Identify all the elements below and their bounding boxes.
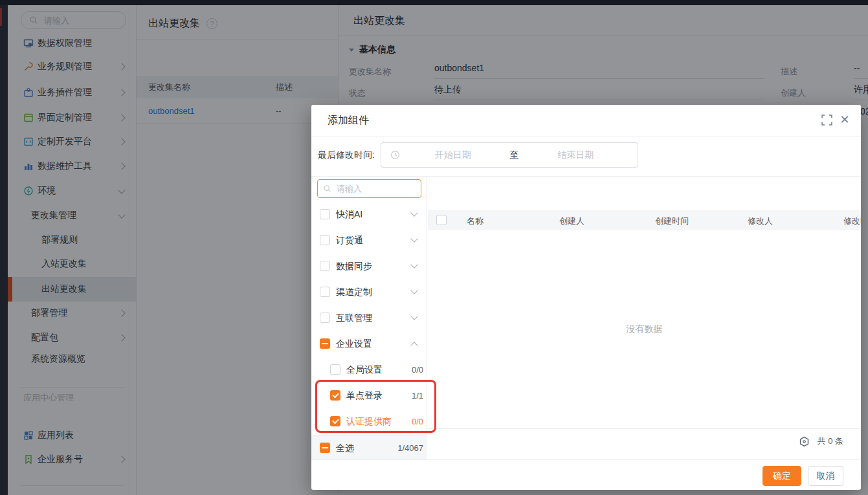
tree-item-interconnect[interactable]: 互联管理 [311,305,427,331]
divider [428,428,861,429]
checkbox[interactable] [320,261,330,271]
tree-item-count: 0/0 [412,417,423,426]
chevron-down-icon[interactable] [410,235,417,242]
confirm-button[interactable]: 确定 [762,466,801,486]
tree-item-label: 全局设置 [346,364,383,376]
tree-item-label: 互联管理 [336,313,372,324]
divider [311,459,861,460]
fullscreen-icon[interactable] [821,115,832,126]
select-all-label: 全选 [336,443,354,454]
divider [311,137,861,137]
app-root: 数据权限管理 业务规则管理 业务插件管理 界面定制管理 [0,0,868,495]
checkbox-indeterminate[interactable] [320,443,330,453]
tree-item-label: 订货通 [336,235,363,247]
tree-item-sso[interactable]: 单点登录 1/1 [311,382,427,408]
date-start-placeholder[interactable]: 开始日期 [400,149,506,161]
table-header: 名称 创建人 创建时间 修改人 修改时间 [428,210,861,230]
date-range-picker[interactable]: 开始日期 至 结束日期 [381,142,638,168]
tree-item-label: 数据同步 [336,261,372,272]
tree-item-enterprise-settings[interactable]: 企业设置 [311,331,427,357]
checkbox[interactable] [320,235,330,245]
tree-item-label: 渠道定制 [336,287,372,298]
checkbox-checked[interactable] [330,416,340,426]
checkbox-checked[interactable] [330,390,340,401]
tree-search-input[interactable] [335,183,409,194]
tree-item-data-sync[interactable]: 数据同步 [311,253,427,279]
chevron-down-icon[interactable] [410,313,417,320]
pagination-bar: 共 0 条 [799,434,843,448]
tree-item-count: 0/0 [412,365,423,375]
column-header: 创建人 [559,215,584,227]
column-header: 名称 [467,215,484,227]
tree-item-label: 认证提供商 [346,416,392,428]
select-all-count: 1/4067 [397,443,423,453]
component-table: 名称 创建人 创建时间 修改人 修改时间 没有数据 共 0 条 [428,176,861,459]
date-separator: 至 [506,149,523,161]
checkbox-indeterminate[interactable] [320,338,330,349]
page-settings-icon[interactable] [799,436,810,447]
modal-title: 添加组件 [328,105,369,136]
tree-item-global-settings[interactable]: 全局设置 0/0 [311,357,427,382]
close-icon[interactable]: ✕ [838,112,851,127]
tree-search[interactable] [317,179,421,198]
empty-state-text: 没有数据 [428,324,861,335]
chevron-down-icon[interactable] [410,209,417,216]
checkbox[interactable] [320,287,330,297]
search-icon [323,184,331,193]
clock-icon [390,150,400,160]
add-component-modal: 添加组件 ✕ 最后修改时间: 开始日期 至 结束日期 [311,105,861,490]
checkbox[interactable] [330,364,340,375]
select-all-checkbox[interactable] [436,215,447,225]
select-all-row[interactable]: 全选 1/4067 [311,435,427,459]
tree-item-label: 单点登录 [346,390,383,402]
tree-item-count: 1/1 [412,391,423,401]
cancel-button[interactable]: 取消 [808,466,843,486]
tree-item-label: 企业设置 [336,338,372,350]
tree-item-label: 快消AI [336,209,362,221]
column-header: 修改人 [748,215,773,227]
chevron-down-icon[interactable] [410,287,417,294]
filter-label: 最后修改时间: [318,149,375,161]
component-tree-panel: 快消AI 订货通 数据同步 渠道定制 互联管理 [311,176,427,459]
chevron-up-icon[interactable] [410,342,417,349]
checkbox[interactable] [320,209,330,219]
tree-item-channel-custom[interactable]: 渠道定制 [311,279,427,305]
tree-item-order-link[interactable]: 订货通 [311,227,427,253]
date-end-placeholder[interactable]: 结束日期 [523,149,629,161]
checkbox[interactable] [320,313,330,323]
tree-item-fmcg-ai[interactable]: 快消AI [311,201,427,227]
chevron-down-icon[interactable] [410,261,417,268]
total-count: 共 0 条 [818,435,843,447]
column-header: 创建时间 [655,215,689,227]
tree-item-auth-provider[interactable]: 认证提供商 0/0 [311,408,427,434]
column-header: 修改时间 [843,215,861,227]
